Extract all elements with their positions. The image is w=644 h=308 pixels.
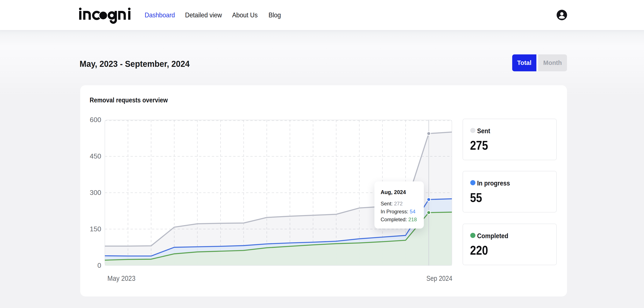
svg-text:150: 150 [90, 225, 101, 233]
svg-text:600: 600 [90, 116, 101, 124]
svg-text:May 2023: May 2023 [108, 274, 136, 282]
svg-text:Sep 2024: Sep 2024 [426, 274, 452, 282]
svg-text:300: 300 [90, 189, 101, 196]
svg-text:0: 0 [97, 261, 101, 269]
svg-text:450: 450 [90, 152, 101, 160]
